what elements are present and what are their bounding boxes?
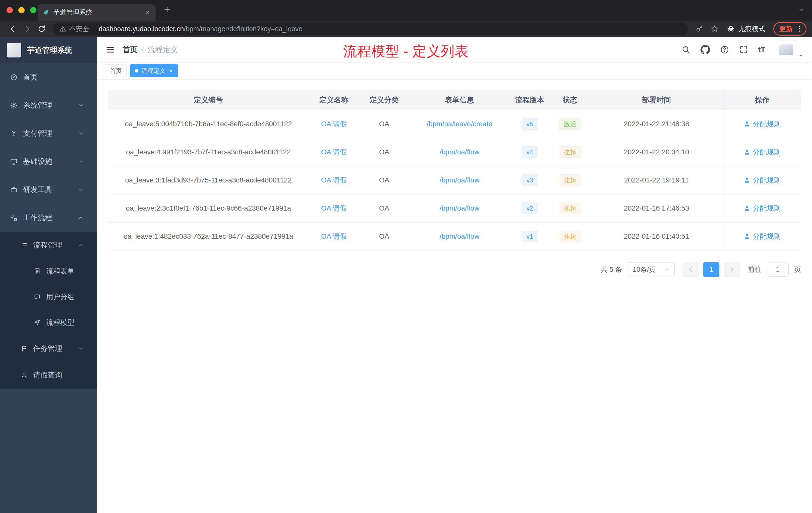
definition-name-link[interactable]: OA 请假 <box>321 120 347 128</box>
browser-window: 芋道管理系统 不安全 dashboard.yudao.iocoder.cn <box>0 0 812 513</box>
sidebar-item-label: 首页 <box>23 72 38 82</box>
workflow-icon <box>10 214 18 221</box>
forward-button[interactable] <box>23 25 32 33</box>
toolbox-icon <box>10 186 18 193</box>
tag-home[interactable]: 首页 <box>105 64 126 77</box>
sidebar-item-user-group[interactable]: 用户分组 <box>0 284 97 310</box>
password-key-icon[interactable] <box>696 25 703 33</box>
breadcrumb-home[interactable]: 首页 <box>122 45 138 55</box>
flag-icon <box>21 345 28 352</box>
sidebar-item-devtools[interactable]: 研发工具 <box>0 176 97 204</box>
browser-toolbar: 不安全 dashboard.yudao.iocoder.cn/bpm/manag… <box>0 21 812 37</box>
address-bar[interactable]: 不安全 dashboard.yudao.iocoder.cn/bpm/manag… <box>53 23 688 35</box>
security-warning-icon <box>59 25 66 32</box>
cell-category: OA <box>359 110 409 138</box>
incognito-label: 无痕模式 <box>738 24 765 33</box>
definition-name-link[interactable]: OA 请假 <box>321 204 347 212</box>
sidebar-item-system[interactable]: 系统管理 <box>0 91 97 119</box>
column-header: 流程版本 <box>510 90 550 110</box>
bookmark-star-icon[interactable] <box>710 25 719 33</box>
form-link[interactable]: /bpm/oa/leave/create <box>427 120 492 128</box>
tag-close-icon[interactable] <box>169 68 174 73</box>
sidebar-item-workflow[interactable]: 工作流程 <box>0 204 97 232</box>
person-icon <box>21 372 28 379</box>
search-icon[interactable] <box>682 45 691 54</box>
assign-rule-button[interactable]: 分配规则 <box>744 119 781 129</box>
cell-deploy-time: 2022-01-22 21:48:38 <box>590 110 723 138</box>
cell-definition-id: oa_leave:2:3c1f0ef1-76b1-11ec-9c66-a2380… <box>108 194 309 222</box>
person-icon <box>744 233 750 240</box>
sidebar-item-payment[interactable]: 支付管理 <box>0 119 97 148</box>
definition-table: 定义编号 定义名称 定义分类 表单信息 流程版本 状态 部署时间 操作 oa_l <box>108 90 801 251</box>
pagination: 共 5 条 10条/页 1 前往 <box>108 262 801 277</box>
definition-name-link[interactable]: OA 请假 <box>321 233 347 240</box>
next-page-button[interactable] <box>724 262 740 277</box>
new-tab-button[interactable] <box>163 5 171 13</box>
form-link[interactable]: /bpm/oa/flow <box>440 233 480 240</box>
zoom-window-button[interactable] <box>30 7 36 13</box>
assign-rule-button[interactable]: 分配规则 <box>744 147 781 157</box>
sidebar-item-task-management[interactable]: 任务管理 <box>0 335 97 362</box>
sidebar-item-process-management[interactable]: 流程管理 <box>0 232 97 259</box>
sidebar-item-home[interactable]: 首页 <box>0 63 97 91</box>
assign-rule-button[interactable]: 分配规则 <box>744 204 781 213</box>
help-icon[interactable] <box>720 45 729 54</box>
main-area: 流程模型 - 定义列表 首页 / 流程定义 <box>97 37 812 513</box>
version-badge: v1 <box>522 231 538 242</box>
list-icon <box>21 242 28 249</box>
form-link[interactable]: /bpm/oa/flow <box>440 176 480 184</box>
tag-process-definition[interactable]: 流程定义 <box>130 64 178 77</box>
chevron-down-icon <box>78 345 89 352</box>
version-badge: v2 <box>522 203 538 214</box>
person-icon <box>744 205 750 212</box>
paper-plane-icon <box>34 319 41 326</box>
incognito-icon <box>727 25 735 33</box>
sidebar-logo[interactable]: 芋道管理系统 <box>0 37 97 63</box>
assign-rule-button[interactable]: 分配规则 <box>744 175 781 185</box>
prev-page-button[interactable] <box>683 262 699 277</box>
definition-name-link[interactable]: OA 请假 <box>321 148 347 156</box>
logo-avatar <box>6 43 22 58</box>
tab-close-icon[interactable] <box>145 9 151 15</box>
github-icon[interactable] <box>700 45 710 55</box>
monitor-icon <box>10 158 18 165</box>
browser-update-menu-button[interactable]: 更新 <box>773 22 807 36</box>
sidebar-item-process-model[interactable]: 流程模型 <box>0 310 97 335</box>
sidebar-item-infrastructure[interactable]: 基础设施 <box>0 148 97 176</box>
sidebar-item-process-form[interactable]: 流程表单 <box>0 259 97 284</box>
chat-group-icon <box>34 293 41 300</box>
fullscreen-icon[interactable] <box>739 45 748 54</box>
tab-search-chevron-icon[interactable] <box>798 6 805 13</box>
refresh-button[interactable] <box>38 25 46 33</box>
form-link[interactable]: /bpm/oa/flow <box>440 204 480 212</box>
form-link[interactable]: /bpm/oa/flow <box>440 148 480 156</box>
version-badge: v3 <box>522 175 538 186</box>
goto-page-input[interactable] <box>767 263 789 277</box>
sidebar-item-label: 用户分组 <box>46 292 74 302</box>
sidebar-item-leave-query[interactable]: 请假查询 <box>0 362 97 389</box>
column-header: 定义名称 <box>309 90 359 110</box>
browser-tab[interactable]: 芋道管理系统 <box>38 4 156 21</box>
page-size-select[interactable]: 10条/页 <box>628 262 675 277</box>
current-page-button[interactable]: 1 <box>703 262 719 277</box>
sidebar: 芋道管理系统 首页 系统管理 支付管理 基础设施 <box>0 37 97 513</box>
security-label[interactable]: 不安全 <box>69 24 89 33</box>
person-icon <box>744 121 750 127</box>
sidebar-item-label: 系统管理 <box>23 100 52 111</box>
cell-category: OA <box>359 222 409 250</box>
definition-name-link[interactable]: OA 请假 <box>321 176 347 184</box>
cell-definition-id: oa_leave:1:482ec033-762a-11ec-8477-a2380… <box>108 222 309 250</box>
back-button[interactable] <box>8 25 17 33</box>
version-badge: v4 <box>522 146 538 158</box>
url-host: dashboard.yudao.iocoder.cn <box>94 25 184 33</box>
hamburger-icon[interactable] <box>106 45 115 55</box>
gear-icon <box>10 102 18 109</box>
assign-rule-button[interactable]: 分配规则 <box>744 232 781 241</box>
sidebar-item-label: 工作流程 <box>23 213 52 223</box>
minimize-window-button[interactable] <box>18 7 25 13</box>
font-size-icon[interactable]: tT <box>758 46 765 54</box>
sidebar-item-label: 支付管理 <box>23 128 52 139</box>
close-window-button[interactable] <box>6 7 13 13</box>
cell-deploy-time: 2022-01-16 17:46:53 <box>590 194 723 222</box>
user-avatar-menu[interactable] <box>777 40 804 59</box>
